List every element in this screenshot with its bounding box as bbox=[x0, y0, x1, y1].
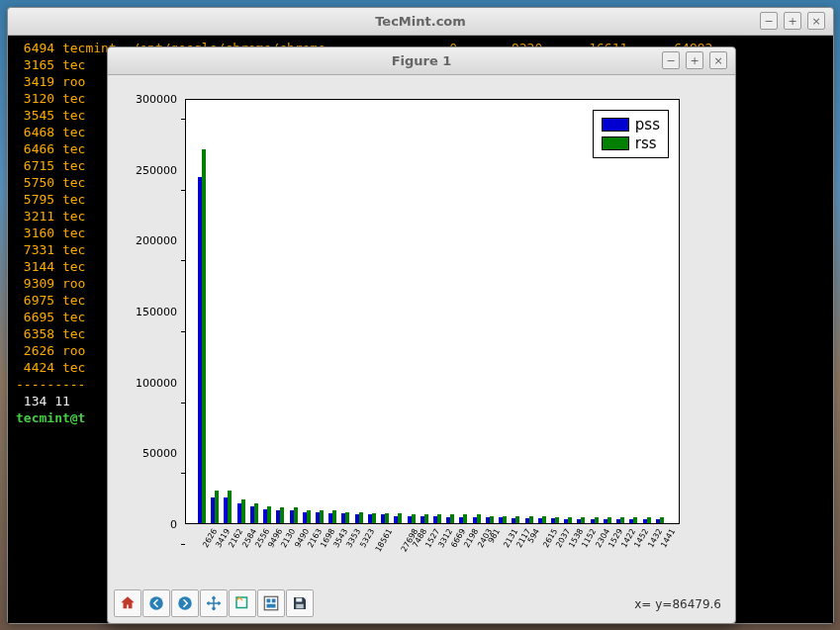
bar-rss bbox=[398, 513, 402, 523]
cursor-coordinates: x= y=86479.6 bbox=[634, 597, 721, 611]
x-axis-ticks: 2626341921622584255694962130949021631698… bbox=[185, 525, 680, 580]
legend-swatch-rss bbox=[602, 136, 629, 150]
close-button[interactable]: × bbox=[807, 12, 825, 30]
legend-item-pss: pss bbox=[602, 116, 660, 134]
subplots-button[interactable] bbox=[257, 589, 285, 617]
bar-rss bbox=[307, 510, 311, 523]
bar-rss bbox=[477, 514, 481, 523]
matplotlib-toolbar bbox=[114, 589, 314, 617]
bar-rss bbox=[294, 507, 298, 523]
arrow-left-icon bbox=[147, 594, 165, 612]
arrow-right-icon bbox=[176, 594, 194, 612]
bar-rss bbox=[463, 514, 467, 523]
y-tick-label: 300000 bbox=[136, 93, 177, 106]
forward-button[interactable] bbox=[171, 589, 199, 617]
bar-rss bbox=[450, 514, 454, 523]
figure-titlebar[interactable]: Figure 1 − + × bbox=[108, 47, 735, 75]
save-button[interactable] bbox=[286, 589, 314, 617]
bar-rss bbox=[332, 510, 336, 523]
svg-rect-3 bbox=[264, 596, 278, 610]
y-tick-label: 100000 bbox=[136, 376, 177, 389]
bar-rss bbox=[241, 499, 245, 523]
bar-rss bbox=[437, 514, 441, 523]
configure-icon bbox=[262, 594, 280, 612]
y-tick-label: 250000 bbox=[136, 163, 177, 176]
figure-title: Figure 1 bbox=[392, 53, 452, 68]
bar-rss bbox=[633, 517, 637, 523]
bar-rss bbox=[202, 149, 206, 523]
x-tick-label: 18561 bbox=[374, 527, 395, 554]
bar-rss bbox=[320, 510, 324, 523]
figure-canvas[interactable]: 050000100000150000200000250000300000 pss… bbox=[114, 79, 731, 585]
minimize-button[interactable]: − bbox=[662, 51, 680, 69]
bar-rss bbox=[660, 517, 664, 523]
save-icon bbox=[291, 594, 309, 612]
terminal-titlebar[interactable]: TecMint.com − + × bbox=[8, 8, 833, 36]
legend-label-pss: pss bbox=[635, 116, 660, 134]
bar-rss bbox=[267, 506, 271, 523]
bar-rss bbox=[542, 516, 546, 523]
legend-swatch-pss bbox=[602, 118, 629, 132]
y-tick-label: 200000 bbox=[136, 234, 177, 247]
svg-point-0 bbox=[149, 596, 163, 610]
legend: pss rss bbox=[593, 110, 669, 158]
bar-rss bbox=[503, 516, 507, 523]
bar-rss bbox=[490, 516, 494, 523]
svg-rect-6 bbox=[267, 604, 276, 608]
bar-rss bbox=[607, 517, 611, 523]
back-button[interactable] bbox=[142, 589, 170, 617]
bar-rss bbox=[280, 507, 284, 523]
plot-area[interactable]: pss rss bbox=[185, 99, 680, 524]
pan-button[interactable] bbox=[200, 589, 228, 617]
legend-item-rss: rss bbox=[602, 135, 660, 152]
legend-label-rss: rss bbox=[635, 135, 657, 152]
bar-rss bbox=[385, 513, 389, 523]
close-button[interactable]: × bbox=[709, 51, 727, 69]
svg-rect-5 bbox=[272, 599, 276, 603]
y-axis-ticks: 050000100000150000200000250000300000 bbox=[114, 99, 181, 524]
home-button[interactable] bbox=[114, 589, 141, 617]
figure-window: Figure 1 − + × 0500001000001500002000002… bbox=[107, 46, 736, 624]
bar-rss bbox=[647, 517, 651, 523]
y-tick-label: 150000 bbox=[136, 306, 177, 318]
y-tick-label: 0 bbox=[170, 518, 177, 531]
bar-rss bbox=[372, 513, 376, 523]
bar-rss bbox=[568, 517, 572, 523]
home-icon bbox=[119, 594, 137, 612]
maximize-button[interactable]: + bbox=[686, 51, 703, 69]
terminal-window-controls: − + × bbox=[760, 12, 825, 30]
move-icon bbox=[205, 594, 223, 612]
bar-rss bbox=[359, 512, 363, 523]
bar-rss bbox=[228, 491, 232, 523]
zoom-icon bbox=[233, 594, 251, 612]
figure-window-controls: − + × bbox=[662, 51, 727, 69]
svg-rect-4 bbox=[267, 599, 271, 603]
minimize-button[interactable]: − bbox=[760, 12, 778, 30]
bar-rss bbox=[515, 516, 519, 523]
bar-rss bbox=[581, 517, 585, 523]
bar-rss bbox=[215, 491, 219, 523]
maximize-button[interactable]: + bbox=[784, 12, 801, 30]
bar-rss bbox=[555, 517, 559, 523]
bar-rss bbox=[345, 512, 349, 523]
bar-rss bbox=[595, 517, 599, 523]
bar-rss bbox=[424, 514, 428, 523]
bar-rss bbox=[254, 503, 258, 523]
terminal-title: TecMint.com bbox=[375, 14, 466, 29]
bar-rss bbox=[529, 516, 533, 523]
bar-rss bbox=[412, 514, 416, 523]
svg-rect-7 bbox=[296, 598, 302, 602]
zoom-button[interactable] bbox=[229, 589, 256, 617]
svg-rect-8 bbox=[296, 604, 304, 609]
svg-point-1 bbox=[178, 596, 192, 610]
bar-rss bbox=[620, 517, 624, 523]
y-tick-label: 50000 bbox=[142, 447, 177, 460]
